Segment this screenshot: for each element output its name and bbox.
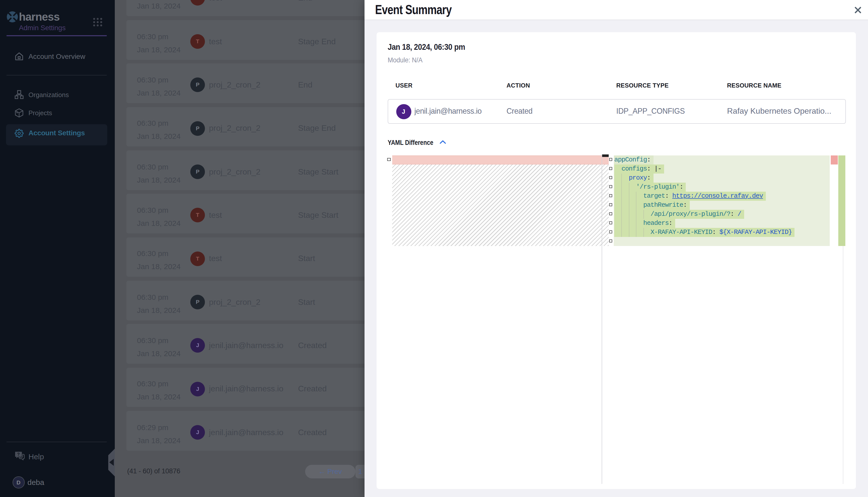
svg-text:?: ? [17, 452, 19, 457]
